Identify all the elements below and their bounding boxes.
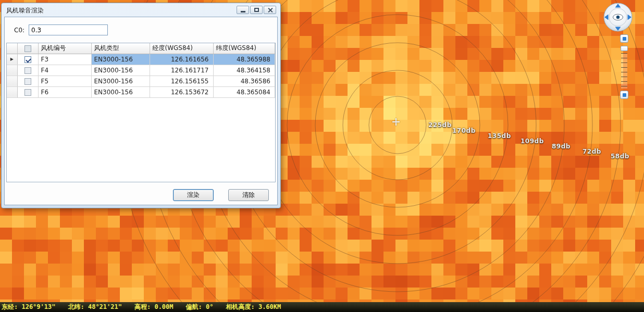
checkbox-cell[interactable] bbox=[17, 86, 38, 97]
turbine-id-cell[interactable]: F6 bbox=[38, 86, 91, 97]
table-row[interactable]: ▶ F4 EN3000-156 126.161717 48.364158 bbox=[7, 65, 275, 76]
turbine-type-cell[interactable]: EN3000-156 bbox=[91, 65, 150, 76]
status-elevation: 高程: 0.00M bbox=[134, 303, 174, 311]
status-camera-height: 相机高度: 3.60KM bbox=[226, 303, 281, 311]
dialog-content: C0: 风机编号 风机类型 经度(WGS84) bbox=[4, 17, 278, 205]
dialog-title: 风机噪音渲染 bbox=[6, 6, 44, 15]
close-icon bbox=[267, 7, 273, 13]
c0-input[interactable] bbox=[29, 24, 108, 35]
contour-label: 170db bbox=[452, 127, 476, 134]
contour-label: 58db bbox=[611, 153, 629, 160]
maximize-icon bbox=[254, 8, 259, 12]
latitude-cell[interactable]: 48.364158 bbox=[213, 65, 275, 76]
status-north-latitude: 北纬: 48°21'21" bbox=[68, 303, 121, 311]
checkbox-cell[interactable] bbox=[17, 76, 38, 86]
clear-button[interactable]: 清除 bbox=[228, 189, 269, 201]
row-header-cell[interactable]: ▶ bbox=[7, 54, 17, 65]
compass-control[interactable] bbox=[602, 1, 634, 33]
zoom-slider-thumb[interactable] bbox=[621, 46, 628, 51]
zoom-slider[interactable] bbox=[620, 34, 629, 99]
zoom-in-icon bbox=[623, 37, 626, 41]
zoom-out-icon bbox=[623, 93, 626, 97]
turbine-type-cell[interactable]: EN3000-156 bbox=[91, 54, 150, 65]
contour-label: 72db bbox=[583, 148, 601, 155]
latitude-cell[interactable]: 48.365988 bbox=[213, 54, 275, 65]
longitude-cell[interactable]: 126.156155 bbox=[150, 76, 213, 86]
turbine-id-cell[interactable]: F3 bbox=[38, 54, 91, 65]
contour-label: 109db bbox=[521, 138, 544, 145]
close-button[interactable] bbox=[264, 6, 276, 14]
table-row[interactable]: ▶ F3 EN3000-156 126.161656 48.365988 bbox=[7, 54, 275, 65]
column-header-longitude[interactable]: 经度(WGS84) bbox=[150, 43, 213, 54]
longitude-cell[interactable]: 126.161656 bbox=[150, 54, 213, 65]
turbine-id-cell[interactable]: F4 bbox=[38, 65, 91, 76]
zoom-out-button[interactable] bbox=[620, 91, 628, 99]
latitude-cell[interactable]: 48.365084 bbox=[213, 86, 275, 97]
c0-label: C0: bbox=[14, 27, 24, 34]
checkbox-cell[interactable] bbox=[17, 54, 38, 65]
row-header-cell[interactable]: ▶ bbox=[7, 76, 17, 86]
status-east-longitude: 东经: 126°9'13" bbox=[2, 303, 55, 311]
row-checkbox[interactable] bbox=[24, 67, 31, 74]
turbine-id-cell[interactable]: F5 bbox=[38, 76, 91, 86]
column-header-latitude[interactable]: 纬度(WGS84) bbox=[213, 43, 275, 54]
status-yaw: 偏航: 0° bbox=[186, 303, 214, 311]
column-header-turbine-type[interactable]: 风机类型 bbox=[91, 43, 150, 54]
minimize-button[interactable] bbox=[237, 6, 249, 14]
table-row[interactable]: ▶ F5 EN3000-156 126.156155 48.36586 bbox=[7, 76, 275, 86]
contour-label: 135db bbox=[488, 132, 511, 140]
noise-render-dialog: 风机噪音渲染 C0: bbox=[1, 3, 281, 208]
contour-label: 89db bbox=[552, 143, 571, 150]
select-all-checkbox[interactable] bbox=[24, 45, 31, 52]
zoom-slider-track[interactable] bbox=[621, 53, 627, 89]
table-header-row: 风机编号 风机类型 经度(WGS84) 纬度(WGS84) bbox=[7, 43, 275, 54]
current-row-indicator-icon: ▶ bbox=[10, 57, 14, 61]
dialog-titlebar[interactable]: 风机噪音渲染 bbox=[2, 3, 280, 17]
maximize-button[interactable] bbox=[250, 6, 263, 14]
checkbox-cell[interactable] bbox=[17, 65, 38, 76]
column-header-turbine-id[interactable]: 风机编号 bbox=[38, 43, 91, 54]
row-checkbox[interactable] bbox=[24, 56, 31, 63]
table-row[interactable]: ▶ F6 EN3000-156 126.153672 48.365084 bbox=[7, 86, 275, 97]
row-checkbox[interactable] bbox=[24, 78, 31, 85]
minimize-icon bbox=[241, 11, 245, 13]
longitude-cell[interactable]: 126.161717 bbox=[150, 65, 213, 76]
row-header-cell[interactable]: ▶ bbox=[7, 86, 17, 97]
map-viewport: 225db 170db 135db 109db 89db 72db 58db bbox=[0, 0, 644, 312]
map-cursor-crosshair bbox=[392, 118, 400, 126]
latitude-cell[interactable]: 48.36586 bbox=[213, 76, 275, 86]
contour-label: 225db bbox=[428, 121, 452, 129]
turbine-table: 风机编号 风机类型 经度(WGS84) 纬度(WGS84) ▶ F3 EN300… bbox=[6, 43, 276, 182]
row-header-corner bbox=[7, 43, 17, 54]
row-header-cell[interactable]: ▶ bbox=[7, 65, 17, 76]
row-checkbox[interactable] bbox=[24, 89, 31, 96]
zoom-in-button[interactable] bbox=[620, 34, 628, 43]
render-button[interactable]: 渲染 bbox=[173, 189, 214, 201]
turbine-type-cell[interactable]: EN3000-156 bbox=[91, 86, 150, 97]
select-all-header[interactable] bbox=[17, 43, 38, 54]
longitude-cell[interactable]: 126.153672 bbox=[150, 86, 213, 97]
status-bar: 东经: 126°9'13" 北纬: 48°21'21" 高程: 0.00M 偏航… bbox=[0, 302, 644, 312]
turbine-type-cell[interactable]: EN3000-156 bbox=[91, 76, 150, 86]
